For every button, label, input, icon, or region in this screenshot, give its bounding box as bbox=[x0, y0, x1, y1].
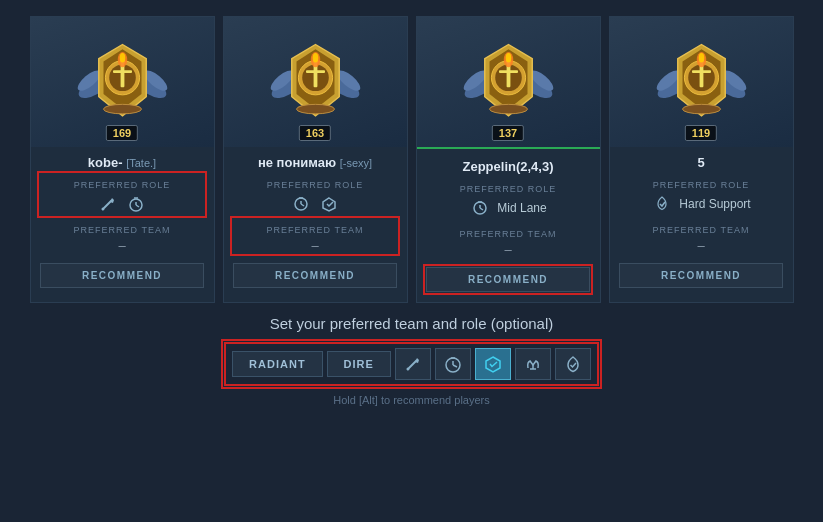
team-label-zeppelin: PREFERRED TEAM bbox=[460, 229, 557, 239]
team-label-ne-ponimayu: PREFERRED TEAM bbox=[267, 225, 364, 235]
role-text-zeppelin: Mid Lane bbox=[469, 197, 546, 219]
svg-line-76 bbox=[453, 365, 457, 367]
role-label-kobe: PREFERRED ROLE bbox=[74, 180, 171, 190]
player-name-kobe: kobe- [Tate.] bbox=[84, 155, 160, 170]
player-name-ne-ponimayu: не понимаю [-sexy] bbox=[254, 155, 376, 170]
role-label-5: PREFERRED ROLE bbox=[653, 180, 750, 190]
recommend-button-zeppelin[interactable]: RECOMMEND bbox=[426, 267, 591, 292]
player-name-5: 5 bbox=[693, 155, 708, 170]
player-name-zeppelin: Zeppelin(2,4,3) bbox=[458, 159, 557, 174]
mid-lane-text: Mid Lane bbox=[497, 201, 546, 215]
team-label-kobe: PREFERRED TEAM bbox=[74, 225, 171, 235]
svg-rect-66 bbox=[692, 70, 711, 73]
role-label-zeppelin: PREFERRED ROLE bbox=[460, 184, 557, 194]
preferred-team-5: PREFERRED TEAM – bbox=[619, 219, 784, 253]
team-value-zeppelin: – bbox=[504, 242, 511, 257]
player-card-ne-ponimayu: 163 не понимаю [-sexy] PREFERRED ROLE PR… bbox=[223, 16, 408, 303]
carry-icon bbox=[97, 193, 119, 215]
team-value-ne-ponimayu: – bbox=[311, 238, 318, 253]
name-underline-zeppelin bbox=[417, 147, 600, 149]
mid-icon bbox=[469, 197, 491, 219]
radiant-button[interactable]: RADIANT bbox=[232, 351, 323, 377]
rank-emblem-kobe bbox=[75, 35, 170, 130]
recommend-button-ne-ponimayu[interactable]: RECOMMEND bbox=[233, 263, 398, 288]
rank-emblem-zeppelin bbox=[461, 35, 556, 130]
preferred-role-zeppelin: PREFERRED ROLE Mid Lane bbox=[426, 178, 591, 219]
soft-support-role-button[interactable] bbox=[515, 348, 551, 380]
player-card-kobe: 169 kobe- [Tate.] PREFERRED ROLE PREFERR… bbox=[30, 16, 215, 303]
rank-emblem-ne-ponimayu bbox=[268, 35, 363, 130]
preferred-team-ne-ponimayu: PREFERRED TEAM – bbox=[233, 219, 398, 253]
dire-button[interactable]: DIRE bbox=[327, 351, 391, 377]
role-text-5: Hard Support bbox=[651, 193, 750, 215]
player-avatar-kobe: 169 bbox=[31, 17, 214, 147]
svg-point-52 bbox=[489, 104, 527, 114]
players-row: 169 kobe- [Tate.] PREFERRED ROLE PREFERR… bbox=[0, 0, 823, 311]
svg-line-19 bbox=[136, 205, 139, 207]
svg-line-37 bbox=[301, 204, 304, 206]
rank-emblem-5 bbox=[654, 35, 749, 130]
set-label: Set your preferred team and role (option… bbox=[270, 315, 553, 332]
player-tag-ne-ponimayu: [-sexy] bbox=[340, 157, 372, 169]
svg-point-12 bbox=[119, 53, 125, 63]
svg-point-33 bbox=[312, 53, 318, 63]
hard-support-role-button[interactable] bbox=[555, 348, 591, 380]
role-icons-ne-ponimayu bbox=[290, 193, 340, 215]
soft-support-icon bbox=[125, 193, 147, 215]
svg-point-69 bbox=[698, 53, 704, 63]
offlane-role-button[interactable] bbox=[475, 348, 511, 380]
preferred-role-ne-ponimayu: PREFERRED ROLE bbox=[233, 174, 398, 215]
svg-line-55 bbox=[480, 208, 483, 210]
preferred-role-5: PREFERRED ROLE Hard Support bbox=[619, 174, 784, 215]
recommend-button-5[interactable]: RECOMMEND bbox=[619, 263, 784, 288]
hard-support-icon-2 bbox=[318, 193, 340, 215]
player-avatar-zeppelin: 137 bbox=[417, 17, 600, 147]
role-label-ne-ponimayu: PREFERRED ROLE bbox=[267, 180, 364, 190]
carry-role-button[interactable] bbox=[395, 348, 431, 380]
preferred-team-zeppelin: PREFERRED TEAM – bbox=[426, 223, 591, 257]
player-avatar-5: 119 bbox=[610, 17, 793, 147]
player-tag-kobe: [Tate.] bbox=[126, 157, 156, 169]
preferred-team-kobe: PREFERRED TEAM – bbox=[40, 219, 205, 253]
team-value-kobe: – bbox=[118, 238, 125, 253]
hard-support-icon-5 bbox=[651, 193, 673, 215]
player-card-5: 119 5 PREFERRED ROLE Hard Support PREFER… bbox=[609, 16, 794, 303]
rank-number-kobe: 169 bbox=[106, 125, 138, 141]
player-card-zeppelin: 137 Zeppelin(2,4,3) PREFERRED ROLE Mid L… bbox=[416, 16, 601, 303]
hard-support-text: Hard Support bbox=[679, 197, 750, 211]
recommend-button-kobe[interactable]: RECOMMEND bbox=[40, 263, 205, 288]
hint-text: Hold [Alt] to recommend players bbox=[333, 394, 490, 406]
role-icons-kobe bbox=[97, 193, 147, 215]
preferred-role-kobe: PREFERRED ROLE bbox=[40, 174, 205, 215]
svg-point-34 bbox=[296, 104, 334, 114]
bottom-bar: RADIANT DIRE bbox=[224, 342, 599, 386]
team-value-5: – bbox=[697, 238, 704, 253]
team-label-5: PREFERRED TEAM bbox=[653, 225, 750, 235]
offlane-icon bbox=[290, 193, 312, 215]
svg-rect-30 bbox=[306, 70, 325, 73]
rank-number-zeppelin: 137 bbox=[492, 125, 524, 141]
svg-rect-48 bbox=[499, 70, 518, 73]
rank-number-5: 119 bbox=[685, 125, 717, 141]
mid-role-button[interactable] bbox=[435, 348, 471, 380]
rank-number-ne-ponimayu: 163 bbox=[299, 125, 331, 141]
bottom-section: Set your preferred team and role (option… bbox=[0, 315, 823, 406]
svg-point-70 bbox=[682, 104, 720, 114]
player-avatar-ne-ponimayu: 163 bbox=[224, 17, 407, 147]
svg-point-51 bbox=[505, 53, 511, 63]
svg-point-13 bbox=[103, 104, 141, 114]
svg-rect-9 bbox=[113, 70, 132, 73]
